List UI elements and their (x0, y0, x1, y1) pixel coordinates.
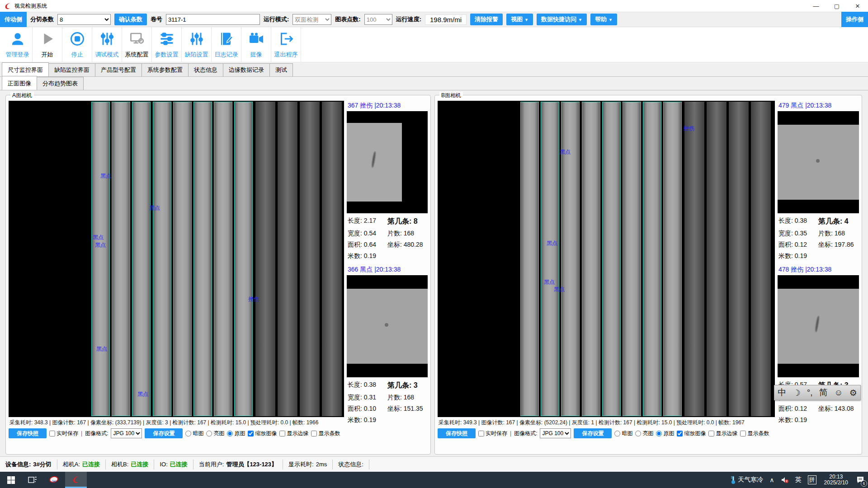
realtime-save-checkbox-input[interactable] (478, 431, 484, 436)
tab-main-2[interactable]: 产品型号配置 (95, 63, 142, 76)
ribbon-system-config-button[interactable]: 系统配置 (122, 27, 152, 62)
tab-main-1[interactable]: 缺陷监控界面 (48, 63, 95, 76)
image-mode-radio-radio_bright[interactable]: 亮图 (206, 430, 224, 437)
status-segment-2: 相机B:已连接 (106, 460, 154, 469)
checkbox-input[interactable] (677, 431, 683, 436)
ime-chinese-mode[interactable]: 中 (778, 387, 786, 399)
image-mode-radio-radio_dark[interactable]: 暗图 (185, 430, 203, 437)
weather-tray-item[interactable]: 天气寒冷 (727, 472, 766, 488)
confirm-count-button[interactable]: 确认条数 (114, 14, 147, 25)
ime-moon-icon[interactable]: ☽ (793, 388, 800, 398)
tab-main-6[interactable]: 测试 (269, 63, 293, 76)
minimize-button[interactable]: — (806, 0, 826, 12)
defect-card[interactable]: 479 黑点 |20:13:38长度: 0.38第几条: 4宽度: 0.35片数… (778, 101, 859, 260)
inspection-app-taskbar-icon[interactable] (65, 472, 87, 488)
radio-input[interactable] (614, 431, 620, 436)
ribbon-exit-button[interactable]: 退出程序 (271, 27, 301, 62)
help-menu-button[interactable]: 帮助▼ (590, 14, 617, 25)
windows-start-button[interactable] (0, 472, 22, 488)
save-snapshot-button[interactable]: 保存快照 (438, 428, 476, 438)
tab-sub-0[interactable]: 正面图像 (2, 76, 37, 90)
defect-card-header[interactable]: 366 黑点 |20:13:38 (347, 265, 428, 275)
ribbon-log-button[interactable]: 日志记录 (212, 27, 241, 62)
film-strip (729, 102, 749, 416)
ime-emoji-icon[interactable]: ☺ (834, 388, 843, 398)
ribbon-stop-button[interactable]: 停止 (62, 27, 92, 62)
view-menu-button[interactable]: 视图▼ (506, 14, 533, 25)
option-checkbox-check_zoom[interactable]: 缩放图像 (677, 430, 706, 437)
volume-muted-icon[interactable] (778, 472, 792, 488)
save-settings-button[interactable]: 保存设置 (574, 428, 612, 438)
checkbox-input[interactable] (740, 431, 746, 436)
checkbox-input[interactable] (279, 431, 285, 436)
chevron-down-icon: ▼ (609, 18, 613, 22)
realtime-save-checkbox[interactable]: 实时保存 (478, 430, 507, 437)
ribbon-play-button[interactable]: 开始 (33, 27, 62, 62)
task-view-icon[interactable] (22, 472, 43, 488)
ime-punctuation-mode[interactable]: °, (807, 388, 813, 398)
ime-simplified-mode[interactable]: 简 (819, 387, 828, 399)
option-checkbox-check_edge[interactable]: 显示边缘 (279, 430, 308, 437)
data-quick-access-button[interactable]: 数据快捷访问▼ (537, 14, 587, 25)
defect-card[interactable]: 367 挫伤 |20:13:38长度: 2.17第几条: 8宽度: 0.54片数… (347, 101, 428, 260)
radio-input[interactable] (227, 431, 233, 436)
ribbon-defect-sliders-button[interactable]: 缺陷设置 (182, 27, 212, 62)
clear-alarm-button[interactable]: 清除报警 (470, 14, 503, 25)
ribbon-param-sliders-button[interactable]: 参数设置 (152, 27, 182, 62)
radio-input[interactable] (656, 431, 662, 436)
image-mode-radio-radio_original[interactable]: 原图 (227, 430, 245, 437)
snipping-tool-icon[interactable]: ✂ (43, 472, 65, 488)
clock-tray-item[interactable]: 20:13 2025/2/10 (820, 472, 853, 488)
option-checkbox-check_count[interactable]: 显示条数 (311, 430, 340, 437)
defect-card-header[interactable]: 478 挫伤 |20:13:38 (778, 265, 859, 275)
roll-number-input[interactable] (166, 14, 260, 25)
option-checkbox-check_count[interactable]: 显示条数 (740, 430, 769, 437)
tab-main-0[interactable]: 尺寸监控界面 (2, 62, 49, 76)
stop-icon (69, 31, 85, 49)
radio-input[interactable] (185, 431, 191, 436)
tab-main-4[interactable]: 状态信息 (188, 63, 223, 76)
save-settings-button[interactable]: 保存设置 (145, 428, 183, 438)
ribbon-camera-button[interactable]: 提像 (241, 27, 271, 62)
tab-main-5[interactable]: 边缘数据记录 (223, 63, 270, 76)
ime-settings-icon[interactable]: ⚙ (849, 388, 857, 398)
image-mode-radio-radio_dark[interactable]: 暗图 (614, 430, 632, 437)
defect-card-header[interactable]: 479 黑点 |20:13:38 (778, 101, 859, 111)
checkbox-input[interactable] (708, 431, 714, 436)
operator-side-button[interactable]: 操作侧 (841, 12, 868, 27)
ribbon-debug-sliders-button[interactable]: 调试模式 (92, 27, 122, 62)
option-checkbox-check_edge[interactable]: 显示边缘 (708, 430, 737, 437)
checkbox-input[interactable] (311, 431, 317, 436)
tray-date: 2025/2/10 (824, 480, 848, 486)
split-count-select[interactable]: 8 (57, 14, 111, 25)
status-value: 2ms (316, 461, 327, 468)
image-format-select[interactable]: JPG 100 (111, 428, 142, 438)
option-checkbox-check_zoom[interactable]: 缩放图像 (248, 430, 277, 437)
realtime-save-checkbox[interactable]: 实时保存 (49, 430, 78, 437)
image-format-select[interactable]: JPG 100 (540, 428, 571, 438)
image-mode-radio-radio_bright[interactable]: 亮图 (635, 430, 653, 437)
tray-expand-chevron[interactable]: ∧ (766, 472, 777, 488)
realtime-save-checkbox-input[interactable] (49, 431, 55, 436)
tab-main-3[interactable]: 系统参数配置 (142, 63, 189, 76)
image-mode-radio-radio_original[interactable]: 原图 (656, 430, 674, 437)
chart-points-select[interactable]: 100 (364, 14, 392, 25)
drive-side-button[interactable]: 传动侧 (0, 12, 27, 27)
radio-input[interactable] (206, 431, 212, 436)
defect-stat: 坐标: 151.35 (387, 405, 428, 413)
run-mode-select[interactable]: 双面检测 (292, 14, 331, 25)
radio-input[interactable] (635, 431, 641, 436)
notification-center-icon[interactable]: 6 (853, 472, 868, 488)
ime-language-indicator[interactable]: 英 (792, 472, 805, 488)
save-snapshot-button[interactable]: 保存快照 (9, 428, 47, 438)
checkbox-input[interactable] (248, 431, 254, 436)
close-button[interactable]: ✕ (847, 0, 868, 12)
ribbon-user-button[interactable]: 管理登录 (3, 27, 33, 62)
maximize-button[interactable]: ▢ (826, 0, 847, 12)
defect-card[interactable]: 478 挫伤 |20:13:38长度: 0.57第几条: 3宽度: 0.21片数… (778, 265, 859, 424)
defect-card[interactable]: 366 黑点 |20:13:38长度: 0.38第几条: 3宽度: 0.31片数… (347, 265, 428, 424)
defect-card-header[interactable]: 367 挫伤 |20:13:38 (347, 101, 428, 111)
ime-pinyin-indicator[interactable]: 拼 (805, 472, 820, 488)
tab-sub-1[interactable]: 分布趋势图表 (37, 77, 84, 90)
roll-number-label: 卷号 (151, 15, 162, 23)
